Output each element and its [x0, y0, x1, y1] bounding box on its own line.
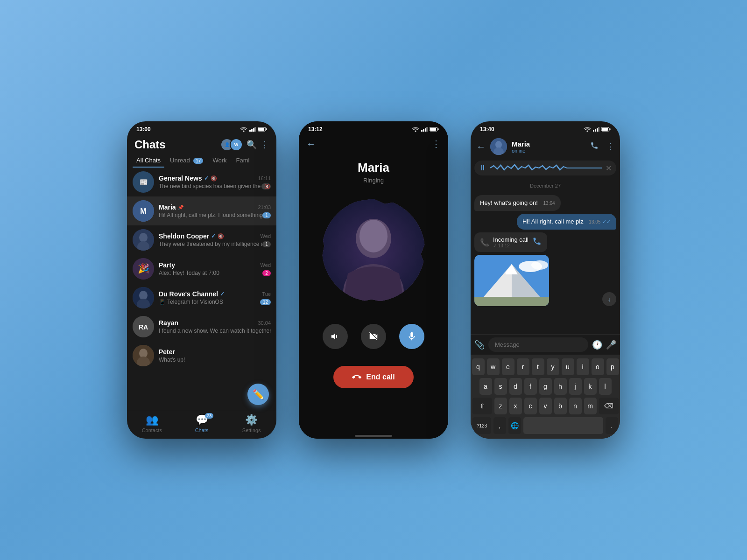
key-t[interactable]: t: [532, 358, 544, 375]
call-more-button[interactable]: ⋮: [431, 138, 441, 149]
chat-item-party[interactable]: 🎉 Party Wed Alex: Hey! Today at 7:00 2: [127, 254, 276, 283]
avatar-general-news: 📰: [133, 171, 154, 193]
message-input-bar: 📎 🕐 🎤: [471, 334, 620, 355]
svg-rect-40: [597, 128, 598, 132]
photo-bubble[interactable]: [474, 255, 549, 306]
chat-badge-durove: 12: [260, 299, 271, 305]
key-m[interactable]: m: [584, 398, 597, 414]
speaker-icon: [330, 331, 340, 342]
voice-note-close-button[interactable]: ✕: [606, 164, 612, 173]
scroll-down-button[interactable]: ↓: [602, 292, 616, 306]
contact-avatar: [490, 138, 507, 155]
key-e[interactable]: e: [502, 358, 514, 375]
unread-badge: 17: [193, 158, 203, 164]
chat-content-rayan: Rayan 30.04 I found a new show. We can w…: [159, 319, 271, 334]
key-n[interactable]: n: [569, 398, 582, 414]
chat-item-rayan[interactable]: RA Rayan 30.04 I found a new show. We ca…: [127, 312, 276, 341]
period-key[interactable]: .: [606, 417, 618, 434]
key-c[interactable]: c: [524, 398, 537, 414]
wifi-icon-3: [584, 127, 591, 132]
mute-icon-sheldon: 🔇: [218, 233, 224, 239]
tab-family[interactable]: Fami: [233, 155, 254, 168]
chat-time-maria: 21:03: [258, 204, 271, 210]
key-h[interactable]: h: [554, 378, 567, 395]
space-key[interactable]: [523, 417, 603, 434]
tab-all-chats[interactable]: All Chats: [133, 155, 164, 168]
attach-button[interactable]: 📎: [474, 340, 485, 350]
key-x[interactable]: x: [509, 398, 522, 414]
key-l[interactable]: l: [599, 378, 612, 395]
caller-photo: [322, 199, 425, 301]
chat-item-peter[interactable]: Peter What's up!: [127, 341, 276, 370]
more-button[interactable]: ⋮: [261, 140, 269, 150]
avatar-stack: 👤 W: [224, 138, 243, 151]
globe-key[interactable]: 🌐: [508, 417, 521, 434]
key-g[interactable]: g: [539, 378, 552, 395]
play-button[interactable]: ⏸: [479, 164, 486, 172]
svg-rect-31: [438, 128, 439, 130]
microphone-icon: [407, 331, 417, 342]
key-v[interactable]: v: [539, 398, 552, 414]
keyboard: q w e r t y u i o p a s d f g h j k: [471, 355, 620, 439]
chat-list: 📰 General News ✓ 🔇 16:11 The new bird sp…: [127, 168, 276, 410]
phone-call: 13:12: [299, 121, 448, 439]
chat-item-maria[interactable]: M Maria 📌 21:03 Hi! All right, call me p…: [127, 196, 276, 225]
key-r[interactable]: r: [517, 358, 529, 375]
microphone-button[interactable]: [399, 324, 424, 349]
shift-key[interactable]: ⇧: [472, 398, 492, 414]
video-off-icon: [368, 331, 379, 342]
key-w[interactable]: w: [487, 358, 500, 375]
end-call-button[interactable]: End call: [333, 366, 413, 388]
svg-rect-38: [593, 130, 594, 132]
chat-item-sheldon[interactable]: Sheldon Cooper ✓ 🔇 Wed They were threate…: [127, 225, 276, 254]
keyboard-row-4: ?123 , 🌐 .: [472, 417, 618, 434]
incoming-call-bubble: 📞 Incoming call ✓ 13:12: [474, 232, 547, 252]
tab-work[interactable]: Work: [209, 155, 230, 168]
key-q[interactable]: q: [472, 358, 485, 375]
search-button[interactable]: 🔍: [247, 140, 257, 150]
phone-chats: 13:00: [127, 121, 276, 439]
key-o[interactable]: o: [592, 358, 604, 375]
key-k[interactable]: k: [584, 378, 597, 395]
comma-key[interactable]: ,: [493, 417, 506, 434]
clock-button[interactable]: 🕐: [592, 340, 602, 350]
call-info: Incoming call ✓ 13:12: [493, 236, 529, 248]
tab-unread[interactable]: Unread 17: [166, 155, 207, 168]
avatar-mini-2: W: [230, 138, 243, 151]
chat-content-party: Party Wed Alex: Hey! Today at 7:00 2: [159, 261, 271, 276]
call-button[interactable]: [590, 141, 599, 152]
speaker-button[interactable]: [323, 324, 348, 349]
chat-more-button[interactable]: ⋮: [606, 141, 614, 152]
backspace-key[interactable]: ⌫: [599, 398, 619, 414]
nav-chats[interactable]: 23 💬 Chats: [177, 414, 227, 433]
key-i[interactable]: i: [577, 358, 589, 375]
mic-button[interactable]: 🎤: [606, 340, 616, 350]
video-off-button[interactable]: [361, 324, 386, 349]
key-z[interactable]: z: [494, 398, 507, 414]
avatar-sheldon: [133, 229, 154, 251]
key-p[interactable]: p: [606, 358, 619, 375]
key-d[interactable]: d: [509, 378, 522, 395]
chat-item-general-news[interactable]: 📰 General News ✓ 🔇 16:11 The new bird sp…: [127, 168, 276, 196]
key-y[interactable]: y: [547, 358, 559, 375]
compose-fab[interactable]: ✏️: [247, 384, 269, 405]
nav-contacts[interactable]: 👥 Contacts: [127, 414, 177, 433]
call-back-button[interactable]: ←: [306, 139, 316, 149]
key-u[interactable]: u: [562, 358, 574, 375]
waveform: [490, 163, 602, 173]
nav-settings[interactable]: ⚙️ Settings: [226, 414, 276, 433]
key-j[interactable]: j: [569, 378, 582, 395]
chat-back-button[interactable]: ←: [476, 141, 486, 152]
chat-name-durove: Du Rove's Channel ✓: [159, 290, 225, 298]
chat-item-durove[interactable]: Du Rove's Channel ✓ Tue 📱 Telegram for V…: [127, 283, 276, 312]
key-f[interactable]: f: [524, 378, 537, 395]
message-input[interactable]: [488, 337, 588, 352]
numbers-key[interactable]: ?123: [472, 417, 491, 434]
key-a[interactable]: a: [479, 378, 492, 395]
key-s[interactable]: s: [494, 378, 507, 395]
key-b[interactable]: b: [554, 398, 567, 414]
chat-name-maria: Maria 📌: [159, 203, 183, 211]
contact-name: Maria: [512, 140, 585, 148]
chat-badge-general-news: 🔇: [261, 183, 271, 189]
svg-rect-26: [421, 130, 423, 132]
